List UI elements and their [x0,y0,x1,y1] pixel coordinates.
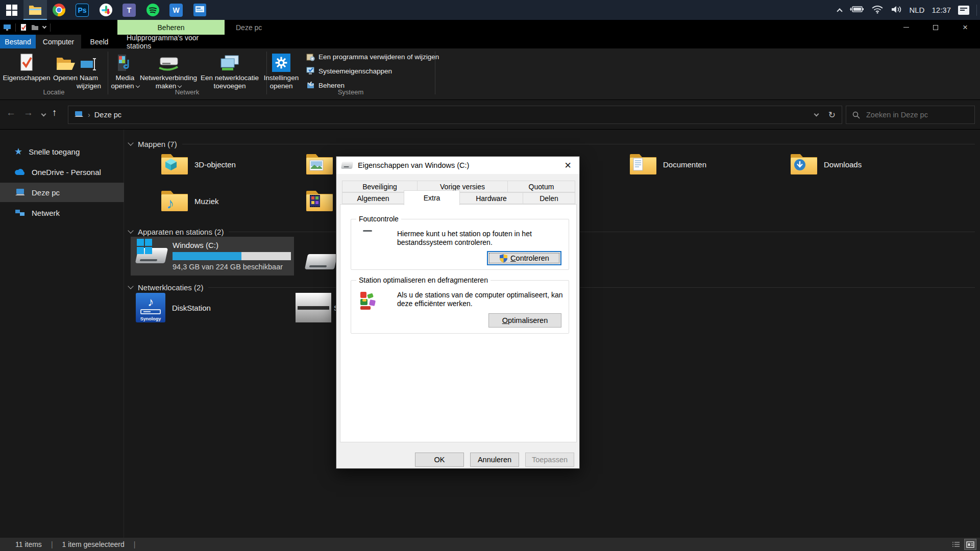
netwerkverbinding-button[interactable]: Netwerkverbinding maken [142,51,195,91]
system-tray: NLD 12:37 [838,0,980,20]
drive-free-space: 94,3 GB van 224 GB beschikbaar [173,263,291,271]
folder-downloads-icon [791,154,817,174]
forward-button[interactable]: → [23,107,33,118]
systeemeigenschappen-button[interactable]: Systeemeigenschappen [306,65,392,77]
history-chevron-icon[interactable] [41,112,46,117]
sidebar-item-onedrive[interactable]: OneDrive - Personal [0,162,124,182]
folder-shortcut-icon[interactable] [31,24,39,31]
up-button[interactable]: ↑ [52,107,57,118]
status-separator: | [51,540,53,548]
language-indicator[interactable]: NLD [909,6,924,14]
details-view-icon[interactable] [950,539,962,549]
tray-expand-chevron-icon[interactable] [837,8,843,14]
tab-quotum[interactable]: Quotum [507,181,575,192]
tab-algemeen[interactable]: Algemeen [342,192,404,204]
address-bar[interactable]: › Deze pc ↻ [68,106,842,124]
back-button[interactable]: ← [6,107,16,118]
battery-icon[interactable] [849,5,864,15]
folder-tile-muziek[interactable]: ♪ Muziek [161,191,219,211]
breadcrumb-this-pc[interactable]: Deze pc [94,111,121,119]
action-center-icon[interactable] [958,6,969,15]
apply-button[interactable]: Toepassen [525,453,574,467]
explorer-window-icon[interactable] [3,24,11,31]
section-header-folders[interactable]: Mappen (7) [129,139,975,149]
ok-button[interactable]: OK [415,453,464,467]
qat-customize-chevron-icon[interactable] [42,24,46,29]
collapse-chevron-icon[interactable] [128,283,133,289]
optimize-description: Als u de stations van de computer optima… [397,291,568,308]
section-title: Mappen (7) [138,140,177,148]
taskbar-photoshop[interactable]: Ps [70,0,94,20]
collapse-chevron-icon[interactable] [128,140,133,145]
section-title: Netwerklocaties (2) [138,283,203,292]
taskbar-slack[interactable] [94,0,117,20]
instellingen-openen-button[interactable]: Instellingen openen [263,51,299,91]
naam-wijzigen-button[interactable]: Naam wijzigen [71,51,106,91]
folder-tile-downloads[interactable]: Downloads [791,154,862,174]
cancel-button[interactable]: Annuleren [470,453,519,467]
cancel-label: Annuleren [478,456,511,464]
netwerklocatie-button[interactable]: Een netwerklocatie toevoegen [196,51,263,91]
dropdown-arrow-icon [178,84,182,88]
folder-tile-3d-objecten[interactable]: 3D-objecten [161,154,236,174]
collapse-chevron-icon[interactable] [128,228,133,233]
defrag-icon [360,292,378,310]
sidebar-item-quick-access[interactable]: ★ Snelle toegang [0,142,124,161]
eigenschappen-button[interactable]: Eigenschappen [3,51,50,91]
tab-beeld[interactable]: Beeld [81,35,117,48]
tab-bestand[interactable]: Bestand [0,35,36,48]
clock[interactable]: 12:37 [932,6,951,14]
dialog-titlebar[interactable]: Eigenschappen van Windows (C:) [336,157,579,174]
properties-shortcut-icon[interactable] [20,24,27,31]
synology-diskstation-icon: ♪ Synology [136,293,165,322]
network-icon [14,209,26,217]
file-explorer-icon [29,5,42,16]
windows-logo-icon [6,5,17,16]
speaker-icon[interactable] [891,5,902,15]
folder-tile-documenten[interactable]: Documenten [630,154,706,174]
folder-documents-icon [630,154,656,174]
tab-computer[interactable]: Computer [36,35,81,48]
network-tile-second[interactable]: S [296,293,339,322]
groupbox-foutcontrole: Foutcontrole Hiermee kunt u het station … [351,219,569,270]
dialog-close-button[interactable]: ✕ [556,157,579,174]
eigenschappen-icon [19,52,34,72]
network-tile-diskstation[interactable]: ♪ Synology DiskStation [136,293,211,322]
view-switcher [950,538,976,551]
tab-hardware[interactable]: Hardware [459,192,523,204]
taskbar-file-explorer[interactable] [23,0,47,20]
minimize-button[interactable] [891,20,921,35]
programma-verwijderen-button[interactable]: Een programma verwijderen of wijzigen [306,51,439,63]
controleren-button[interactable]: Controleren [487,251,561,265]
taskbar-word[interactable]: W [164,0,188,20]
start-button[interactable] [0,0,23,20]
group-label-locatie: Locatie [0,88,108,96]
programma-verwijderen-label: Een programma verwijderen of wijzigen [318,53,439,61]
maximize-button[interactable] [921,20,950,35]
taskbar-spotify[interactable] [141,0,164,20]
sidebar-item-this-pc[interactable]: Deze pc [0,183,124,202]
context-tab-manage[interactable]: Beheren [117,20,225,35]
drive-tile-windows-c[interactable]: Windows (C:) 94,3 GB van 224 GB beschikb… [131,237,294,276]
taskbar-teams[interactable]: T [117,0,141,20]
taskbar-chrome[interactable] [47,0,70,20]
address-dropdown-icon[interactable] [814,112,819,117]
wifi-icon[interactable] [871,5,884,15]
search-box[interactable] [846,106,975,124]
taskbar-system-window[interactable] [188,0,211,20]
sidebar-item-network[interactable]: Netwerk [0,203,124,222]
tab-extra[interactable]: Extra [404,190,460,205]
tab-hulpprogrammas[interactable]: Hulpprogramma's voor stations [117,35,225,48]
qat-separator [15,23,16,32]
search-input[interactable] [866,111,958,119]
optimaliseren-button[interactable]: Optimaliseren [488,313,561,328]
refresh-icon[interactable]: ↻ [828,110,836,120]
tab-delen[interactable]: Delen [523,192,575,204]
eigenschappen-label: Eigenschappen [3,74,50,82]
close-button[interactable]: × [950,20,980,35]
optimaliseren-label: Optimaliseren [502,316,548,324]
chrome-icon [53,4,65,16]
media-openen-button[interactable]: Media openen [109,51,141,91]
large-icons-view-icon[interactable] [965,539,976,549]
systeemeigenschappen-label: Systeemeigenschappen [318,67,392,75]
